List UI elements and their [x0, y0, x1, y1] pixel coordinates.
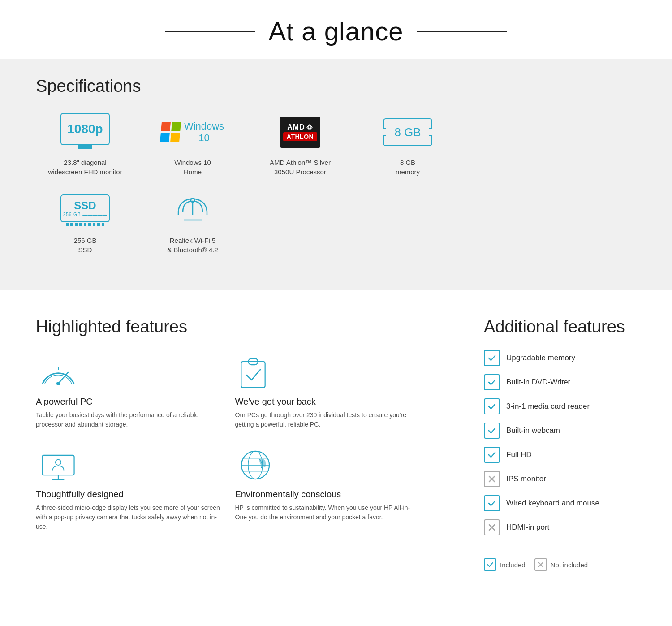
spec-memory: 8 GB 8 GBmemory: [358, 112, 457, 177]
legend-not-included: Not included: [534, 558, 588, 571]
specs-title: Specifications: [36, 77, 636, 96]
check-not-included-ips: [484, 471, 500, 487]
additional-item-upgradable-memory: Upgradable memory: [484, 350, 645, 366]
wifi-icon: [166, 190, 220, 230]
powerful-pc-title: A powerful PC: [36, 397, 222, 407]
globe-leaf-icon: [235, 447, 280, 483]
additional-title: Additional features: [484, 317, 645, 337]
highlighted-features: Highlighted features: [0, 317, 457, 571]
checkmark-icon: [487, 378, 496, 387]
eco-title: Environmentally conscious: [235, 489, 421, 500]
features-section: Highlighted features: [0, 308, 672, 589]
additional-item-label: HDMI-in port: [506, 523, 549, 532]
check-not-included-hdmi: [484, 519, 500, 535]
powerful-pc-desc: Tackle your busiest days with the perfor…: [36, 410, 222, 429]
wifi-label: Realtek Wi-Fi 5& Bluetooth® 4.2: [167, 236, 218, 255]
legend-included-box: [484, 558, 496, 571]
legend-not-included-label: Not included: [551, 561, 588, 569]
features-grid: A powerful PC Tackle your busiest days w…: [36, 354, 421, 531]
feature-thoughtfully-designed: Thoughtfully designed A three-sided micr…: [36, 447, 222, 531]
spec-wifi: Realtek Wi-Fi 5& Bluetooth® 4.2: [143, 190, 242, 255]
additional-item-card-reader: 3-in-1 media card reader: [484, 398, 645, 414]
page-title: At a glance: [268, 16, 403, 46]
got-your-back-desc: Our PCs go through over 230 individual t…: [235, 410, 421, 429]
memory-icon: 8 GB: [381, 112, 435, 152]
header-line-right: [417, 31, 507, 32]
additional-item-label: Built-in DVD-Writer: [506, 378, 570, 387]
check-included-dvd: [484, 374, 500, 390]
checkmark-icon: [487, 426, 496, 435]
svg-rect-0: [308, 126, 311, 129]
spec-display: 1080p 23.8" diagonalwidescreen FHD monit…: [36, 112, 134, 177]
spec-processor: AMD ATHLON AMD Athlon™ Silver3050U Proce…: [251, 112, 349, 177]
display-icon: 1080p: [58, 112, 112, 152]
spec-os: Windows 10 Windows 10Home: [143, 112, 242, 177]
monitor-person-icon: [36, 447, 81, 483]
checkmark-icon: [487, 561, 494, 568]
checkmark-icon: [487, 499, 496, 508]
legend-not-included-box: [534, 558, 547, 571]
x-icon: [487, 523, 496, 532]
additional-item-webcam: Built-in webcam: [484, 423, 645, 439]
additional-item-label: Upgradable memory: [506, 354, 575, 363]
additional-item-label: Full HD: [506, 450, 532, 459]
header-line-left: [165, 31, 255, 32]
specs-row-2: SSD 256 GB ▬▬▬▬▬: [36, 190, 636, 255]
checkmark-icon: [487, 402, 496, 411]
windows-logo: [160, 122, 181, 142]
check-included-keyboard-mouse: [484, 495, 500, 511]
legend: Included Not included: [484, 549, 645, 571]
feature-eco: Environmentally conscious HP is committe…: [235, 447, 421, 531]
clipboard-icon: [235, 354, 280, 390]
specs-section: Specifications 1080p 23.8" diagonalwides…: [0, 59, 672, 290]
speedometer-icon: [36, 354, 81, 390]
additional-item-keyboard-mouse: Wired keyboard and mouse: [484, 495, 645, 511]
amd-logo-icon: [306, 124, 313, 131]
x-icon: [537, 561, 544, 568]
storage-label: 256 GBSSD: [74, 236, 97, 255]
svg-point-8: [56, 382, 60, 385]
memory-label: 8 GBmemory: [396, 158, 420, 177]
additional-item-fullhd: Full HD: [484, 447, 645, 463]
wifi-svg-icon: [175, 192, 211, 228]
additional-item-hdmi: HDMI-in port: [484, 519, 645, 535]
amd-icon: AMD ATHLON: [273, 112, 327, 152]
specs-row-1: 1080p 23.8" diagonalwidescreen FHD monit…: [36, 112, 636, 177]
check-included-upgradable-memory: [484, 350, 500, 366]
additional-list: Upgradable memory Built-in DVD-Writer 3-…: [484, 350, 645, 535]
os-label: Windows 10Home: [174, 158, 211, 177]
additional-item-ips: IPS monitor: [484, 471, 645, 487]
thoughtfully-designed-desc: A three-sided micro-edge display lets yo…: [36, 503, 222, 531]
legend-included-label: Included: [500, 561, 526, 569]
eco-desc: HP is committed to sustainability. When …: [235, 503, 421, 522]
additional-item-label: IPS monitor: [506, 475, 546, 484]
page-header: At a glance: [0, 0, 672, 59]
check-included-card-reader: [484, 398, 500, 414]
processor-label: AMD Athlon™ Silver3050U Processor: [270, 158, 331, 177]
1080p-box: 1080p: [60, 113, 110, 145]
thoughtfully-designed-title: Thoughtfully designed: [36, 489, 222, 500]
checkmark-icon: [487, 450, 496, 459]
legend-included: Included: [484, 558, 526, 571]
additional-item-label: 3-in-1 media card reader: [506, 402, 590, 411]
additional-item-dvd: Built-in DVD-Writer: [484, 374, 645, 390]
check-included-webcam: [484, 423, 500, 439]
spec-storage: SSD 256 GB ▬▬▬▬▬: [36, 190, 134, 255]
additional-item-label: Built-in webcam: [506, 426, 560, 435]
display-label: 23.8" diagonalwidescreen FHD monitor: [48, 158, 122, 177]
ssd-icon: SSD 256 GB ▬▬▬▬▬: [58, 190, 112, 230]
checkmark-icon: [487, 354, 496, 363]
check-included-fullhd: [484, 447, 500, 463]
highlighted-title: Highlighted features: [36, 317, 421, 337]
feature-powerful-pc: A powerful PC Tackle your busiest days w…: [36, 354, 222, 429]
additional-features: Additional features Upgradable memory Bu…: [457, 317, 672, 571]
x-icon: [487, 475, 496, 484]
svg-point-14: [56, 460, 61, 465]
additional-item-label: Wired keyboard and mouse: [506, 499, 599, 508]
svg-rect-9: [241, 362, 265, 388]
windows-icon: Windows 10: [166, 112, 220, 152]
got-your-back-title: We've got your back: [235, 397, 421, 407]
feature-got-your-back: We've got your back Our PCs go through o…: [235, 354, 421, 429]
